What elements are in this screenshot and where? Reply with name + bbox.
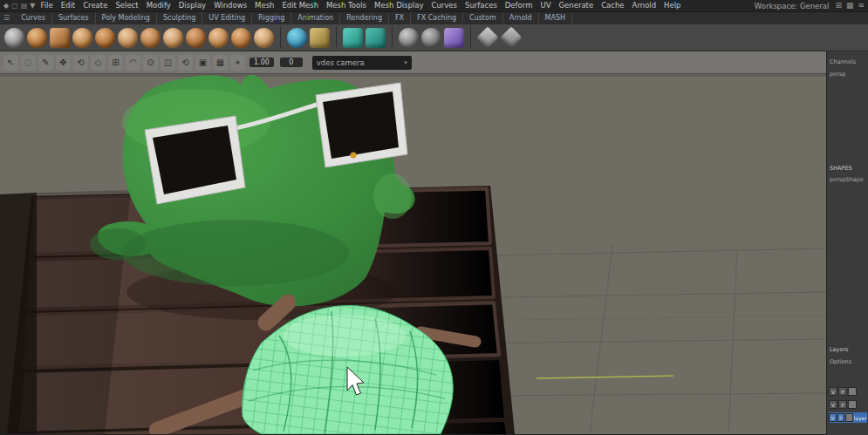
- layer-color-swatch[interactable]: [845, 413, 853, 422]
- snap-grid-icon[interactable]: ⊞: [108, 55, 123, 71]
- menu-windows[interactable]: Windows: [214, 0, 247, 11]
- poly-cube-icon[interactable]: [50, 28, 70, 48]
- shape-item[interactable]: perspShape: [830, 176, 864, 183]
- channel-box-header[interactable]: Channels: [830, 58, 856, 65]
- frame-field[interactable]: 0: [280, 58, 303, 67]
- poly-plane-icon[interactable]: [140, 28, 161, 48]
- shelf-tab-arnold[interactable]: Arnold: [503, 12, 539, 24]
- menu-create[interactable]: Create: [83, 0, 107, 11]
- menu-deform[interactable]: Deform: [505, 0, 533, 11]
- lasso-tool-icon[interactable]: ◌: [21, 55, 36, 71]
- workspace-selector[interactable]: Workspace: General: [755, 2, 830, 10]
- move-tool-icon[interactable]: ✥: [56, 55, 71, 71]
- layer-visibility-toggle[interactable]: V: [829, 413, 837, 422]
- shelf-tab-fx-caching[interactable]: FX Caching: [411, 12, 463, 24]
- shelf-menu-icon[interactable]: ☰: [3, 14, 10, 22]
- sculpt-mesh-icon[interactable]: [343, 28, 363, 48]
- snap-curve-icon[interactable]: ◠: [126, 55, 140, 71]
- viewport-3d[interactable]: [0, 74, 826, 434]
- hamburger-icon[interactable]: ≡: [858, 0, 865, 11]
- shelf-tab-poly-modeling[interactable]: Poly Modeling: [96, 12, 157, 24]
- shelf-tab-mash[interactable]: MASH: [539, 12, 572, 24]
- shelf-tab-rendering[interactable]: Rendering: [340, 12, 389, 24]
- menu-modify[interactable]: Modify: [147, 0, 171, 11]
- layer-row[interactable]: VP: [829, 399, 857, 410]
- camera-dropdown[interactable]: vdes camera ▾: [312, 56, 412, 70]
- shelf-tab-animation[interactable]: Animation: [291, 12, 340, 24]
- layer-color-swatch[interactable]: [848, 400, 857, 409]
- menu-uv[interactable]: UV: [540, 0, 550, 11]
- layer-name: layer1: [854, 415, 867, 421]
- paint-select-icon[interactable]: ✎: [38, 55, 53, 71]
- layer-visibility-toggle[interactable]: V: [829, 400, 837, 409]
- menu-arnold[interactable]: Arnold: [632, 0, 657, 11]
- layout-icon[interactable]: ⊞: [835, 0, 842, 11]
- layer-visibility-toggle[interactable]: V: [829, 387, 837, 396]
- shelf-tab-surfaces[interactable]: Surfaces: [52, 12, 96, 24]
- layer-playback-toggle[interactable]: P: [838, 400, 847, 409]
- menu-generate[interactable]: Generate: [558, 0, 593, 11]
- history-icon[interactable]: ⟲: [178, 55, 193, 71]
- menu-edit-mesh[interactable]: Edit Mesh: [282, 0, 318, 11]
- new-scene-icon[interactable]: ▢: [11, 0, 18, 11]
- channel-box-object[interactable]: persp: [830, 71, 845, 78]
- poly-cone-icon[interactable]: [95, 28, 115, 48]
- menu-file[interactable]: File: [40, 0, 52, 11]
- menu-mesh-tools[interactable]: Mesh Tools: [326, 0, 366, 11]
- scene-canvas[interactable]: [0, 74, 826, 434]
- menu-surfaces[interactable]: Surfaces: [465, 0, 497, 11]
- shapes-section-label[interactable]: SHAPES: [830, 165, 852, 172]
- menu-mesh-display[interactable]: Mesh Display: [374, 0, 423, 11]
- isolate-select-icon[interactable]: ▣: [195, 55, 210, 71]
- shelf-tab-custom[interactable]: Custom: [463, 12, 503, 24]
- smooth-mesh-icon[interactable]: [399, 28, 419, 48]
- soccer-ball-icon[interactable]: [287, 28, 307, 48]
- open-scene-icon[interactable]: ▤: [21, 0, 28, 11]
- rotate-tool-icon[interactable]: ⟲: [73, 55, 88, 71]
- shelf-tab-fx[interactable]: FX: [389, 12, 411, 24]
- multi-cut-icon[interactable]: [500, 26, 522, 48]
- shelf-tab-curves[interactable]: Curves: [15, 12, 52, 24]
- shelf-separator: [392, 26, 393, 49]
- panels-icon[interactable]: ▦: [846, 0, 854, 11]
- layers-options-menu[interactable]: Options: [830, 358, 851, 365]
- menu-curves[interactable]: Curves: [431, 0, 457, 11]
- snap-plane-icon[interactable]: ◫: [161, 55, 175, 71]
- poly-cylinder-icon[interactable]: [72, 28, 92, 48]
- menu-select[interactable]: Select: [115, 0, 138, 11]
- select-tool-icon[interactable]: ↖: [3, 55, 18, 71]
- super-shape-icon[interactable]: [310, 28, 330, 48]
- shelf-tab-uv-editing[interactable]: UV Editing: [202, 12, 252, 24]
- layer-row[interactable]: VPlayer1: [829, 412, 867, 423]
- menu-help[interactable]: Help: [664, 0, 680, 11]
- scale-tool-icon[interactable]: ◇: [91, 55, 106, 71]
- subdiv-mesh-icon[interactable]: [421, 28, 441, 48]
- menu-cache[interactable]: Cache: [601, 0, 624, 11]
- poly-pipe-icon[interactable]: [208, 28, 229, 48]
- shelf-tab-rigging[interactable]: Rigging: [252, 12, 291, 24]
- nurbs-sphere-icon[interactable]: [4, 28, 24, 48]
- platonic-solid-icon[interactable]: [186, 28, 206, 48]
- poly-disc-icon[interactable]: [163, 28, 183, 48]
- layer-row[interactable]: VP: [829, 386, 857, 397]
- menu-edit[interactable]: Edit: [61, 0, 75, 11]
- poly-helix-icon[interactable]: [231, 28, 251, 48]
- layer-playback-toggle[interactable]: P: [838, 387, 847, 396]
- camera-lock-icon[interactable]: ⌖: [230, 55, 245, 71]
- poly-torus-icon[interactable]: [118, 28, 138, 48]
- shelf-tab-sculpting[interactable]: Sculpting: [157, 12, 202, 24]
- poly-gear-icon[interactable]: [254, 28, 274, 48]
- menu-display[interactable]: Display: [179, 0, 206, 11]
- zoom-field[interactable]: 1.00: [249, 58, 274, 67]
- quad-draw-icon[interactable]: [476, 26, 498, 48]
- layer-playback-toggle[interactable]: P: [837, 413, 845, 422]
- snap-point-icon[interactable]: ⊙: [143, 55, 158, 71]
- maya-logo-icon[interactable]: ◆: [3, 0, 9, 11]
- poly-sphere-icon[interactable]: [27, 28, 47, 48]
- layer-color-swatch[interactable]: [848, 387, 857, 396]
- menu-mesh[interactable]: Mesh: [255, 0, 274, 11]
- uv-editor-icon[interactable]: [366, 28, 386, 48]
- booleans-icon[interactable]: [444, 28, 464, 48]
- save-scene-icon[interactable]: ▼: [30, 0, 35, 11]
- grid-toggle-icon[interactable]: ▦: [213, 55, 228, 71]
